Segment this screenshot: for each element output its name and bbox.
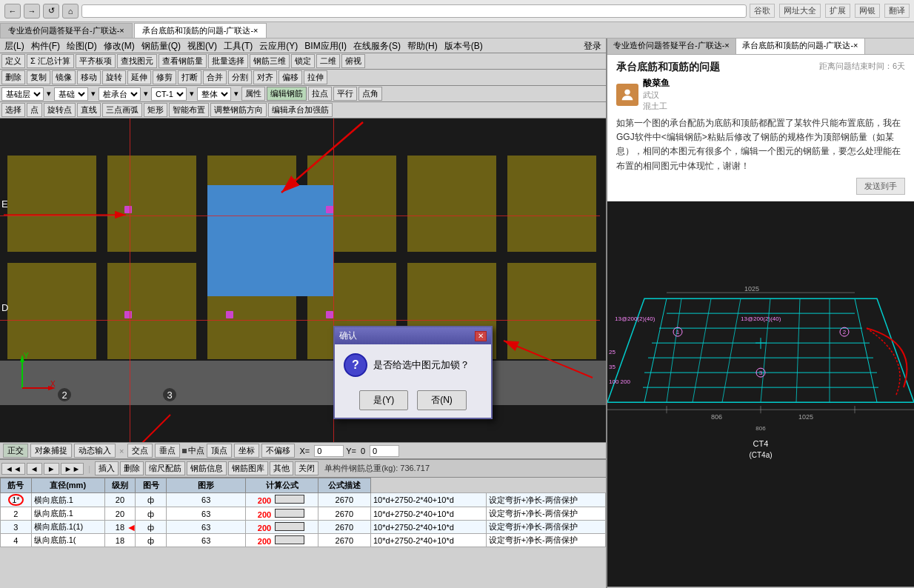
st-nav-first[interactable]: ◄◄: [1, 463, 25, 475]
tb-point[interactable]: 点: [27, 103, 42, 117]
sb-offset[interactable]: 不偏移: [261, 444, 295, 458]
tb-line[interactable]: 直线: [77, 103, 101, 117]
dialog-no-btn[interactable]: 否(N): [417, 390, 467, 410]
tb-view-rebar[interactable]: 查看钢筋量: [159, 54, 207, 68]
expand-btn[interactable]: 扩展: [825, 4, 850, 18]
tb-offset[interactable]: 偏移: [278, 70, 302, 84]
tb-2d[interactable]: 二维: [316, 54, 340, 68]
tb-break[interactable]: 打断: [178, 70, 201, 84]
menu-cloud[interactable]: 云应用(Y): [256, 39, 301, 53]
menu-bim[interactable]: BIM应用(I): [301, 39, 350, 53]
google-btn[interactable]: 谷歌: [750, 4, 775, 18]
st-btn-insert[interactable]: 插入: [95, 461, 119, 475]
tb-rect[interactable]: 矩形: [144, 103, 167, 117]
tb-define[interactable]: 定义: [1, 54, 25, 68]
menu-modify[interactable]: 修改(M): [101, 39, 138, 53]
tb-align[interactable]: 对齐: [253, 70, 277, 84]
tb-merge[interactable]: 合并: [203, 70, 227, 84]
tb-property[interactable]: 属性: [241, 87, 265, 101]
st-nav-prev[interactable]: ◄: [27, 463, 42, 475]
site-nav-btn[interactable]: 网址大全: [779, 4, 821, 18]
tb-calc[interactable]: Σ 汇总计算: [27, 54, 74, 68]
tb-corner[interactable]: 点角: [358, 87, 382, 101]
tb-trim[interactable]: 修剪: [153, 70, 176, 84]
st-btn-close[interactable]: 关闭: [295, 461, 318, 475]
menu-view[interactable]: 视图(V): [184, 39, 220, 53]
menu-draw[interactable]: 绘图(D): [64, 39, 100, 53]
st-btn-delete[interactable]: 删除: [120, 461, 144, 475]
table-row-4[interactable]: 4 纵向底筋.1( 18 ф 63 200 2670 10*d+2: [1, 534, 606, 547]
menu-tools[interactable]: 工具(T): [221, 39, 256, 53]
tb-rotate[interactable]: 旋转: [102, 70, 126, 84]
whole-select[interactable]: 整体: [197, 87, 231, 101]
tb-flush[interactable]: 平齐板项: [76, 54, 116, 68]
tb-extend[interactable]: 延伸: [127, 70, 151, 84]
menu-layer[interactable]: 层(L): [1, 39, 27, 53]
tb-top-view[interactable]: 俯视: [341, 54, 365, 68]
st-btn-scale[interactable]: 缩尺配筋: [145, 461, 185, 475]
table-row-3[interactable]: 3 横向底筋.1(1) 18 ◄ ф 63 200: [1, 521, 606, 534]
table-row-2[interactable]: 2 纵向底筋.1 20 ф 63 200 2670 10*d+27: [1, 507, 606, 521]
component-type-select[interactable]: 基础: [54, 87, 88, 101]
tb-stretch[interactable]: 拉伸: [304, 70, 327, 84]
tb-delete[interactable]: 删除: [1, 70, 25, 84]
tb-move[interactable]: 移动: [77, 70, 101, 84]
tb-arc[interactable]: 三点画弧: [102, 103, 142, 117]
tb-lock[interactable]: 锁定: [291, 54, 315, 68]
translate-btn[interactable]: 翻译: [884, 4, 910, 18]
right-tab-1[interactable]: 承台底筋和顶筋的问题-广联达-×: [736, 39, 865, 54]
tb-rotate-pt[interactable]: 旋转点: [44, 103, 76, 117]
tb-rebar-3d[interactable]: 钢筋三维: [250, 54, 290, 68]
tb-adjust-dir[interactable]: 调整钢筋方向: [210, 103, 267, 117]
sb-x-input[interactable]: [314, 445, 344, 457]
table-row-1[interactable]: 1* 横向底筋.1 20 ф 63 200 2670: [1, 493, 606, 507]
st-btn-other[interactable]: 其他: [270, 461, 293, 475]
layer-select[interactable]: 基础层: [1, 87, 44, 101]
menu-login[interactable]: 登录: [581, 39, 604, 53]
sb-snap[interactable]: 对象捕捉: [30, 444, 72, 458]
menu-online[interactable]: 在线服务(S): [350, 39, 404, 53]
tb-pull-pt[interactable]: 拉点: [308, 87, 332, 101]
menu-help[interactable]: 帮助(H): [404, 39, 441, 53]
sb-intersect[interactable]: 交点: [127, 444, 153, 458]
st-nav-last[interactable]: ►►: [61, 463, 84, 475]
netbank-btn[interactable]: 网银: [855, 4, 880, 18]
tb-select[interactable]: 选择: [1, 103, 25, 117]
tb-split[interactable]: 分割: [228, 70, 252, 84]
sb-midpt[interactable]: 中点: [182, 445, 204, 456]
sb-ortho[interactable]: 正交: [3, 444, 28, 458]
tb-smart-layout[interactable]: 智能布置: [169, 103, 209, 117]
nav-forward-btn[interactable]: →: [24, 4, 40, 19]
browser-tab-1[interactable]: 承台底筋和顶筋的问题-广联达-×: [134, 23, 267, 38]
tb-batch-select[interactable]: 批量选择: [208, 54, 248, 68]
tb-copy[interactable]: 复制: [27, 70, 50, 84]
tb-mirror[interactable]: 镜像: [52, 70, 76, 84]
nav-home-btn[interactable]: ⌂: [62, 4, 79, 19]
dialog-yes-btn[interactable]: 是(Y): [359, 390, 408, 410]
browser-tab-0[interactable]: 专业造价问题答疑平台-广联达-×: [0, 23, 133, 38]
st-btn-library[interactable]: 钢筋图库: [228, 461, 268, 475]
sb-dynamic[interactable]: 动态输入: [74, 444, 116, 458]
sb-coord[interactable]: 坐标: [234, 444, 259, 458]
right-tab-0[interactable]: 专业造价问题答疑平台-广联达-×: [607, 39, 736, 54]
sb-top[interactable]: 顶点: [207, 444, 232, 458]
browser-tabs: 专业造价问题答疑平台-广联达-× 承台底筋和顶筋的问题-广联达-×: [0, 22, 914, 39]
nav-back-btn[interactable]: ←: [4, 4, 21, 19]
dialog-close-btn[interactable]: ✕: [475, 331, 487, 341]
sb-y-input[interactable]: [370, 445, 399, 457]
send-to-phone-btn[interactable]: 发送到手: [856, 178, 905, 195]
tb-edit-rebar[interactable]: 编辑钢筋: [267, 87, 307, 101]
nav-refresh-btn[interactable]: ↺: [43, 4, 59, 19]
tb-find[interactable]: 查找图元: [117, 54, 157, 68]
sb-perp[interactable]: 垂点: [155, 444, 180, 458]
st-nav-next[interactable]: ►: [44, 463, 59, 475]
st-btn-info[interactable]: 钢筋信息: [187, 461, 227, 475]
tb-edit-footer[interactable]: 编辑承台加强筋: [268, 103, 333, 117]
pile-select[interactable]: 桩承台: [99, 87, 141, 101]
menu-version[interactable]: 版本号(B): [441, 39, 486, 53]
menu-rebar-qty[interactable]: 钢筋量(Q): [139, 39, 184, 53]
ct-select[interactable]: CT-1: [151, 87, 187, 101]
tb-parallel[interactable]: 平行: [333, 87, 357, 101]
address-input[interactable]: http://www.fwxgx.com/question/gimq/detai…: [81, 4, 747, 18]
menu-component[interactable]: 构件(F): [28, 39, 63, 53]
